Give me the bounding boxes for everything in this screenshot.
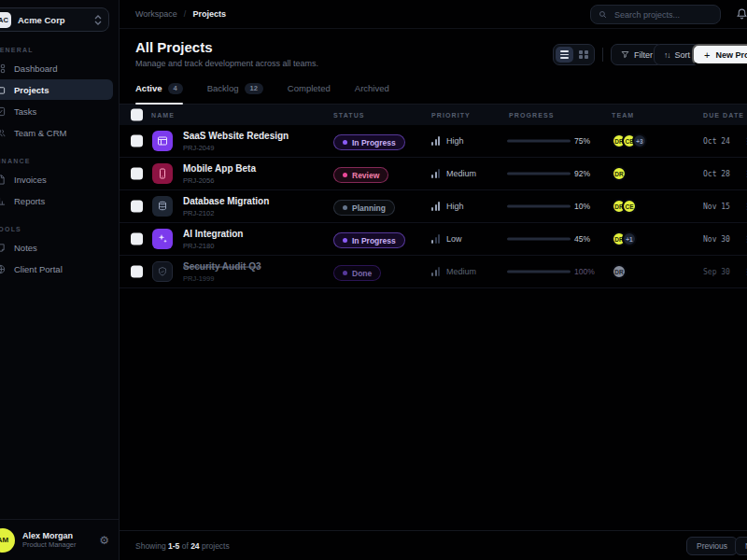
sidebar-item-label: Team & CRM <box>14 128 66 138</box>
tab-active[interactable]: Active 4 <box>135 80 183 104</box>
tab-completed[interactable]: Completed <box>288 80 331 104</box>
sidebar-item-label: Tasks <box>14 106 36 117</box>
row-checkbox[interactable] <box>131 233 143 245</box>
more-icon[interactable]: ⋮ <box>743 234 747 244</box>
table-row[interactable]: AI Integration PRJ-2180 In Progress Low … <box>120 223 747 256</box>
sidebar-item-projects[interactable]: Projects <box>0 79 113 100</box>
section-label: FINANCE <box>0 158 119 164</box>
previous-button[interactable]: Previous <box>686 537 738 555</box>
new-project-button[interactable]: + New Project <box>692 44 747 65</box>
browser-icon <box>152 131 173 151</box>
select-all-checkbox[interactable] <box>131 109 143 121</box>
topbar: Workspace / Projects <box>120 0 747 29</box>
table-row[interactable]: Mobile App Beta PRJ-2056 Review Medium 9… <box>120 158 747 190</box>
row-checkbox[interactable] <box>131 168 143 180</box>
globe-icon <box>0 264 7 274</box>
row-checkbox[interactable] <box>131 266 143 278</box>
sidebar-item-notes[interactable]: Notes <box>0 237 113 258</box>
tab-count-badge: 12 <box>245 83 263 94</box>
grid-icon <box>579 50 588 60</box>
project-id: PRJ-2180 <box>183 241 243 249</box>
search-input[interactable] <box>613 9 712 21</box>
more-icon[interactable]: ⋮ <box>743 136 747 146</box>
grid-view-button[interactable] <box>575 47 593 63</box>
team-avatars: DR CE +3 <box>612 133 647 148</box>
column-header-name[interactable]: NAME <box>151 112 175 119</box>
sidebar-item-tasks[interactable]: Tasks <box>0 101 113 121</box>
more-icon[interactable]: ⋮ <box>743 169 747 178</box>
avatar-overflow-badge: +1 <box>622 231 637 246</box>
priority-bars-icon <box>431 267 440 276</box>
breadcrumb-workspace[interactable]: Workspace <box>135 9 177 19</box>
column-header-priority[interactable]: PRIORITY <box>431 112 471 119</box>
shield-icon <box>152 261 173 282</box>
project-name: Database Migration <box>183 196 269 208</box>
list-icon <box>560 50 569 59</box>
sidebar-item-dashboard[interactable]: Dashboard <box>0 58 113 78</box>
progress-bar <box>507 173 571 175</box>
tab-label: Completed <box>288 83 331 93</box>
sidebar-item-reports[interactable]: Reports <box>0 190 113 211</box>
sidebar: AC Acme Corp GENERAL Dashboard Projects … <box>0 0 120 560</box>
tab-bar: Active 4 Backlog 12 Completed Archived <box>120 80 747 105</box>
row-checkbox[interactable] <box>131 135 143 147</box>
tab-label: Archived <box>355 83 389 93</box>
status-badge: Planning <box>333 200 395 216</box>
row-checkbox[interactable] <box>131 201 143 213</box>
table-row[interactable]: SaaS Website Redesign PRJ-2049 In Progre… <box>120 125 747 158</box>
tab-archived[interactable]: Archived <box>355 80 389 104</box>
column-header-due-date[interactable]: DUE DATE <box>703 112 744 119</box>
sidebar-item-team-crm[interactable]: Team & CRM <box>0 122 113 143</box>
table-row[interactable]: Database Migration PRJ-2102 Planning Hig… <box>120 190 747 223</box>
view-toggle <box>553 44 595 65</box>
chevron-up-down-icon <box>94 15 102 25</box>
document-icon <box>0 175 7 185</box>
priority-bars-icon <box>431 234 440 244</box>
breadcrumb-separator: / <box>184 9 187 19</box>
plus-icon: + <box>704 49 710 61</box>
page-subtitle: Manage and track development across all … <box>135 59 318 68</box>
filter-label: Filter <box>634 50 653 60</box>
section-label: GENERAL <box>0 47 119 53</box>
search-icon <box>599 10 607 19</box>
avatar-overflow-badge: +3 <box>632 133 647 148</box>
tab-backlog[interactable]: Backlog 12 <box>207 80 263 104</box>
search-box <box>590 5 721 24</box>
sidebar-item-invoices[interactable]: Invoices <box>0 169 113 189</box>
more-icon[interactable]: ⋮ <box>743 267 747 276</box>
bell-icon[interactable] <box>736 7 747 21</box>
avatar: DR <box>612 264 627 279</box>
user-role: Product Manager <box>22 540 77 549</box>
sidebar-item-label: Reports <box>14 196 45 206</box>
avatar: AM <box>0 528 15 553</box>
project-name: Mobile App Beta <box>183 163 256 175</box>
progress-bar <box>507 205 571 208</box>
due-date: Nov 30 <box>703 235 730 244</box>
column-header-team[interactable]: TEAM <box>612 112 634 119</box>
sidebar-item-label: Dashboard <box>14 63 57 74</box>
folder-icon <box>0 85 7 95</box>
more-icon[interactable]: ⋮ <box>743 202 747 211</box>
divider <box>602 48 603 62</box>
pagination-footer: Showing 1-5 of 24 projects Previous Next <box>120 530 747 560</box>
tab-count-badge: 4 <box>168 83 183 94</box>
tab-label: Backlog <box>207 83 239 93</box>
due-date: Sep 30 <box>703 268 730 276</box>
project-name: AI Integration <box>183 229 243 241</box>
sidebar-item-label: Invoices <box>14 175 47 185</box>
status-badge: Done <box>333 265 381 281</box>
app-window: AC Acme Corp GENERAL Dashboard Projects … <box>0 0 747 560</box>
gear-icon[interactable]: ⚙ <box>99 534 109 547</box>
project-id: PRJ-2049 <box>183 143 289 151</box>
column-header-progress[interactable]: PROGRESS <box>509 112 554 119</box>
sidebar-item-client-portal[interactable]: Client Portal <box>0 259 113 279</box>
main-content: Workspace / Projects All Projects Manage… <box>120 0 747 560</box>
next-button[interactable]: Next <box>735 537 747 555</box>
page-title: All Projects <box>135 39 213 55</box>
user-card[interactable]: AM Alex Morgan Product Manager ⚙ <box>0 519 119 560</box>
table-row[interactable]: Security Audit Q3 PRJ-1999 Done Medium 1… <box>120 256 747 288</box>
list-view-button[interactable] <box>556 47 573 63</box>
workspace-selector[interactable]: AC Acme Corp <box>0 7 109 32</box>
funnel-icon <box>621 50 629 59</box>
column-header-status[interactable]: STATUS <box>333 112 365 119</box>
